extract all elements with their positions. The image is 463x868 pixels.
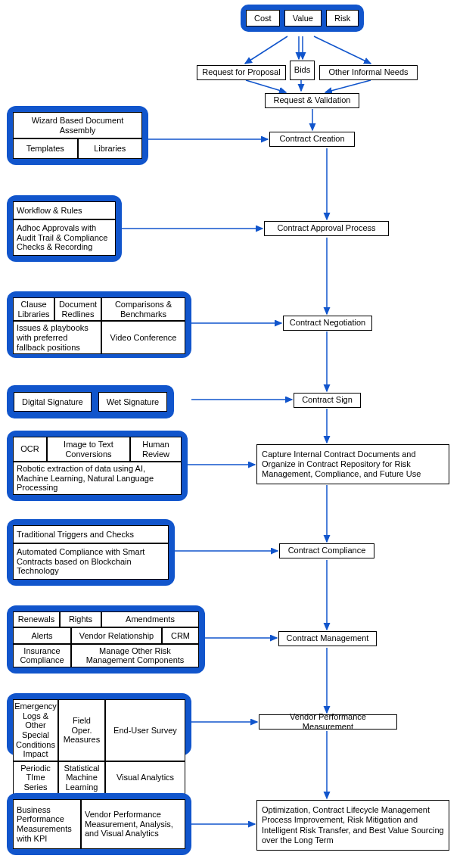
contract-approval: Contract Approval Process xyxy=(264,221,389,236)
input-other: Other Informal Needs xyxy=(319,65,418,80)
request-validation: Request & Validation xyxy=(265,93,359,108)
clause-libraries: Clause Libraries xyxy=(13,297,54,321)
contract-compliance: Contract Compliance xyxy=(279,543,374,558)
alerts: Alerts xyxy=(13,627,71,643)
video-conference: Video Conference xyxy=(101,321,185,354)
business-kpi: Business Performance Measurements with K… xyxy=(13,799,81,849)
svg-line-3 xyxy=(314,36,371,64)
vendor-performance: Vendor Performance Measurement xyxy=(259,714,397,730)
document-redlines: Document Redlines xyxy=(54,297,101,321)
manage-other: Manage Other Risk Management Components xyxy=(71,644,199,667)
robotic-extraction: Robotic extraction of data using AI, Mac… xyxy=(13,462,182,495)
panel-negotiation: Clause Libraries Document Redlines Compa… xyxy=(7,291,191,358)
panel-compliance: Traditional Triggers and Checks Automate… xyxy=(7,519,175,586)
human-review: Human Review xyxy=(130,437,182,462)
contract-negotiation: Contract Negotiation xyxy=(283,316,372,331)
factor-cost: Cost xyxy=(246,10,280,26)
emergency-logs: Emergency Logs & Other Special Condition… xyxy=(13,699,58,761)
svg-line-0 xyxy=(245,36,287,64)
libraries-cell: Libraries xyxy=(78,138,143,159)
visual-analytics: Visual Analytics xyxy=(105,761,185,795)
adhoc-approvals: Adhoc Approvals with Audit Trail & Compl… xyxy=(13,219,116,256)
panel-management: Renewals Rights Amendments Alerts Vendor… xyxy=(7,605,205,674)
field-oper: Field Oper. Measures xyxy=(58,699,105,761)
image-to-text: Image to Text Conversions xyxy=(47,437,130,462)
wizard-header: Wizard Based Document Assembly xyxy=(13,112,142,138)
amendments: Amendments xyxy=(101,611,199,627)
wet-signature: Wet Signature xyxy=(98,392,168,412)
automated-compliance: Automated Compliance with Smart Contract… xyxy=(13,543,169,580)
input-rfp: Request for Proposal xyxy=(197,65,286,80)
panel-vendor: Field Oper. Measures End-User Survey Eme… xyxy=(7,693,191,755)
comparisons-benchmarks: Comparisons & Benchmarks xyxy=(101,297,185,321)
top-factors-panel: Cost Value Risk xyxy=(241,5,364,32)
optimization: Optimization, Contract Lifecycle Managem… xyxy=(256,800,449,851)
statistical-ml: Statistical Machine Learning xyxy=(58,761,105,795)
templates-cell: Templates xyxy=(13,138,78,159)
input-bids: Bids xyxy=(290,61,315,80)
svg-line-4 xyxy=(246,80,286,92)
traditional-triggers: Traditional Triggers and Checks xyxy=(13,525,169,543)
vendor-relationship: Vendor Relationship xyxy=(71,627,162,643)
insurance-compliance: Insurance Compliance xyxy=(13,644,71,667)
panel-document-assembly: Wizard Based Document Assembly Templates… xyxy=(7,106,148,165)
panel-signature: Digital Signature Wet Signature xyxy=(7,385,174,418)
workflow-rules: Workflow & Rules xyxy=(13,201,116,219)
ocr-cell: OCR xyxy=(13,437,47,462)
contract-management: Contract Management xyxy=(278,631,377,646)
contract-creation: Contract Creation xyxy=(269,132,355,147)
crm: CRM xyxy=(162,627,199,643)
digital-signature: Digital Signature xyxy=(14,392,92,412)
factor-value: Value xyxy=(284,10,322,26)
renewals: Renewals xyxy=(13,611,60,627)
periodic-time-series: Periodic TIme Series xyxy=(13,761,58,795)
rights: Rights xyxy=(60,611,101,627)
capture-repository: Capture Internal Contract Documents and … xyxy=(256,444,449,484)
panel-capture: OCR Image to Text Conversions Human Revi… xyxy=(7,431,188,501)
svg-line-6 xyxy=(325,80,371,92)
vendor-analysis: Vendor Performance Measurement, Analysis… xyxy=(81,799,185,849)
issues-playbooks: Issues & playbooks with preferred fallba… xyxy=(13,321,101,354)
panel-workflow: Workflow & Rules Adhoc Approvals with Au… xyxy=(7,195,122,262)
panel-optimization: Business Performance Measurements with K… xyxy=(7,793,191,855)
contract-sign: Contract Sign xyxy=(294,393,361,408)
factor-risk: Risk xyxy=(326,10,359,26)
end-user-survey: End-User Survey xyxy=(105,699,185,761)
